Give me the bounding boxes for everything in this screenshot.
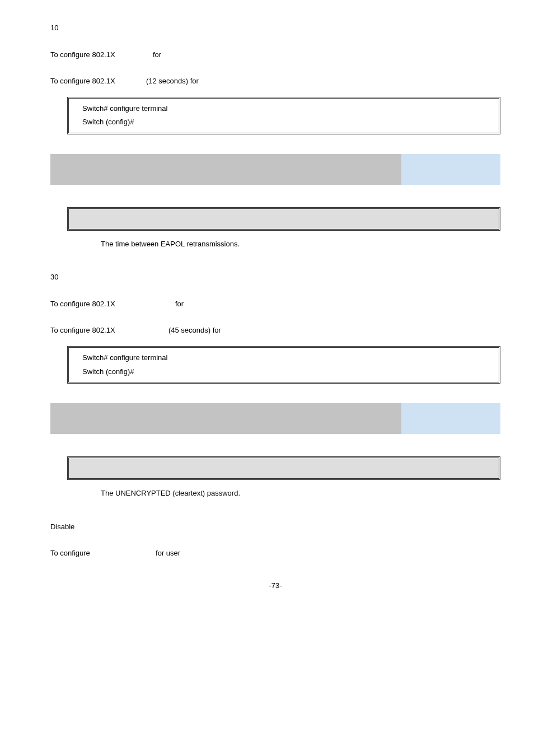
text-fragment: To configure 802.1X	[50, 77, 115, 85]
page-number: -73-	[50, 581, 500, 590]
config-text: To configure 802.1X for	[50, 49, 500, 60]
text-fragment: To configure	[50, 549, 90, 557]
code-example-box: Switch# configure terminal Switch (confi…	[67, 346, 500, 384]
text-fragment: To configure 802.1X	[50, 326, 115, 334]
code-line: Switch (config)#	[82, 365, 492, 379]
description-text: The UNENCRYPTED (cleartext) password.	[101, 488, 500, 499]
config-text: To configure 802.1X (45 seconds) for	[50, 325, 500, 336]
code-line: Switch (config)#	[82, 115, 492, 129]
config-text: To configure 802.1X (12 seconds) for	[50, 76, 500, 87]
code-line: Switch# configure terminal	[82, 351, 492, 365]
text-fragment: To configure 802.1X	[50, 50, 115, 59]
text-fragment: (12 seconds) for	[146, 77, 199, 85]
text-fragment: for user	[156, 549, 180, 557]
syntax-box	[67, 207, 500, 231]
config-text: To configure for user	[50, 548, 500, 559]
text-fragment: for	[153, 50, 161, 59]
text-fragment: (45 seconds) for	[168, 326, 221, 334]
code-example-box: Switch# configure terminal Switch (confi…	[67, 97, 500, 134]
text-fragment: for	[175, 300, 184, 308]
description-text: The time between EAPOL retransmissions.	[101, 239, 500, 250]
value-text: Disable	[50, 521, 500, 533]
value-text: 30	[50, 272, 500, 283]
config-text: To configure 802.1X for	[50, 298, 500, 310]
syntax-box	[67, 456, 500, 480]
code-line: Switch# configure terminal	[82, 102, 492, 116]
section-divider	[50, 154, 500, 185]
value-text: 10	[50, 22, 500, 34]
text-fragment: To configure 802.1X	[50, 300, 115, 308]
section-divider	[50, 403, 500, 434]
